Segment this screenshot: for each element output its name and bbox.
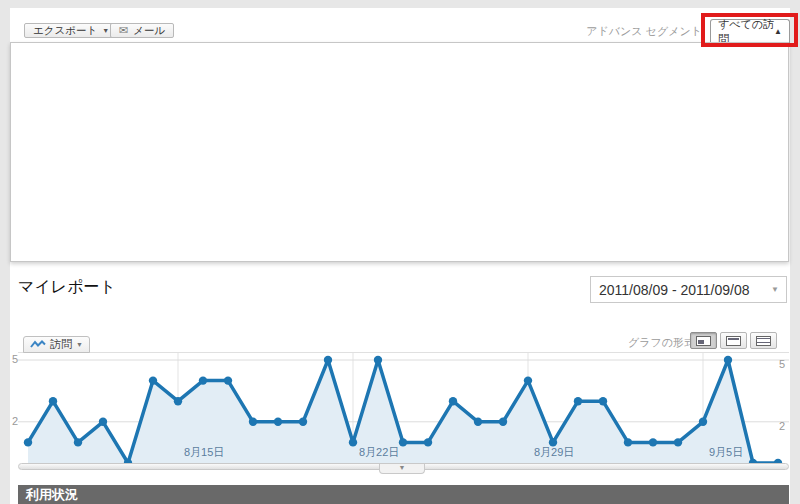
graph-format-label: グラフの形式: (628, 335, 698, 350)
graph-format-list-icon (756, 336, 771, 346)
mail-label: メール (133, 24, 165, 38)
chart-collapse-tab[interactable]: ▼ (379, 464, 425, 474)
visits-chart-area: 8月15日8月22日8月29日9月5日 (18, 352, 789, 462)
graph-format-large-button[interactable] (690, 332, 717, 349)
export-button[interactable]: エクスポート ▼ (24, 23, 118, 38)
graph-format-compact-icon (726, 336, 741, 346)
usage-section-header: 利用状況 (18, 485, 789, 504)
svg-text:8月29日: 8月29日 (534, 446, 574, 458)
y-axis-tick-right-2: 2 (779, 420, 785, 432)
advanced-segments-panel (10, 42, 789, 262)
y-axis-tick-left-5: 5 (12, 353, 18, 365)
svg-text:9月5日: 9月5日 (709, 446, 743, 458)
page-title: マイレポート (18, 277, 116, 298)
y-axis-tick-left-2: 2 (12, 415, 18, 427)
y-axis-tick-right-5: 5 (779, 358, 785, 370)
graph-format-large-icon (696, 336, 711, 346)
export-dropdown-arrow-icon: ▼ (102, 27, 109, 34)
segment-selector-arrow-icon: ▲ (774, 28, 782, 36)
metric-label: 訪問 (50, 337, 72, 352)
graph-format-list-button[interactable] (750, 332, 777, 349)
date-range-arrow-icon: ▼ (771, 286, 786, 294)
visits-line-chart: 8月15日8月22日8月29日9月5日 (18, 353, 789, 463)
svg-text:8月15日: 8月15日 (184, 446, 224, 458)
mail-envelope-icon: ✉ (119, 25, 128, 36)
date-range-value: 2011/08/09 - 2011/09/08 (591, 282, 771, 298)
usage-section-title: 利用状況 (18, 485, 78, 504)
export-label: エクスポート (33, 24, 97, 38)
collapse-arrow-icon: ▼ (380, 464, 424, 472)
date-range-selector[interactable]: 2011/08/09 - 2011/09/08 ▼ (590, 276, 787, 303)
mail-button[interactable]: ✉ メール (110, 23, 174, 38)
visits-sparkline-icon (30, 340, 46, 349)
metric-dropdown-arrow-icon: ▼ (76, 341, 83, 348)
metric-selector-tab[interactable]: 訪問 ▼ (23, 336, 90, 353)
svg-text:8月22日: 8月22日 (359, 446, 399, 458)
graph-format-compact-button[interactable] (720, 332, 747, 349)
segment-selector-dropdown[interactable]: すべての訪問 ▲ (710, 19, 790, 43)
advanced-segment-label: アドバンス セグメント: (575, 24, 705, 39)
